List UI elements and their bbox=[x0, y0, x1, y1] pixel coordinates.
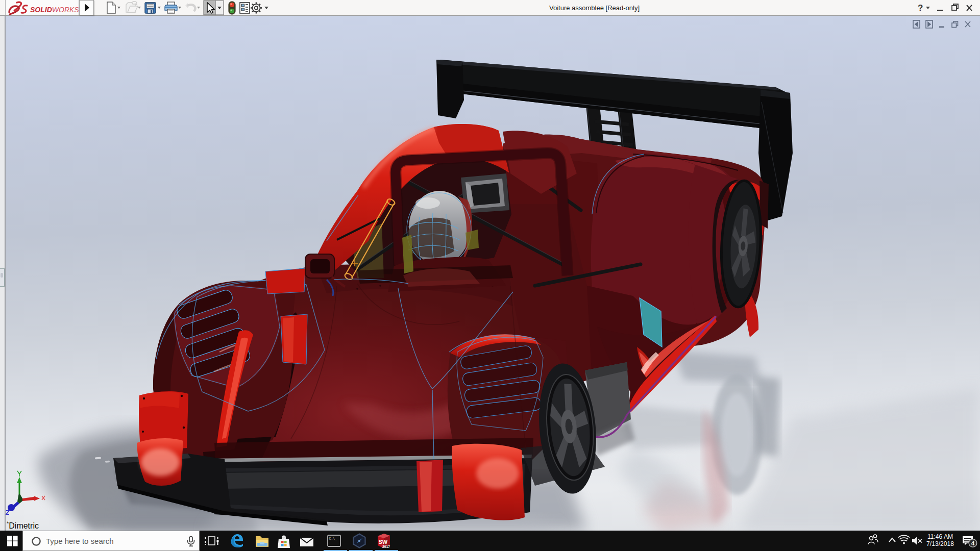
svg-text:2017: 2017 bbox=[382, 545, 390, 548]
svg-text:4: 4 bbox=[971, 540, 975, 546]
svg-text:C:\_: C:\_ bbox=[329, 537, 337, 541]
svg-text:SOLIDWORKS: SOLIDWORKS bbox=[30, 6, 79, 14]
svg-text:?: ? bbox=[918, 3, 923, 13]
svg-text:7/13/2018: 7/13/2018 bbox=[926, 540, 954, 547]
svg-text:SW: SW bbox=[379, 539, 388, 545]
svg-text:11:46 AM: 11:46 AM bbox=[927, 533, 953, 540]
